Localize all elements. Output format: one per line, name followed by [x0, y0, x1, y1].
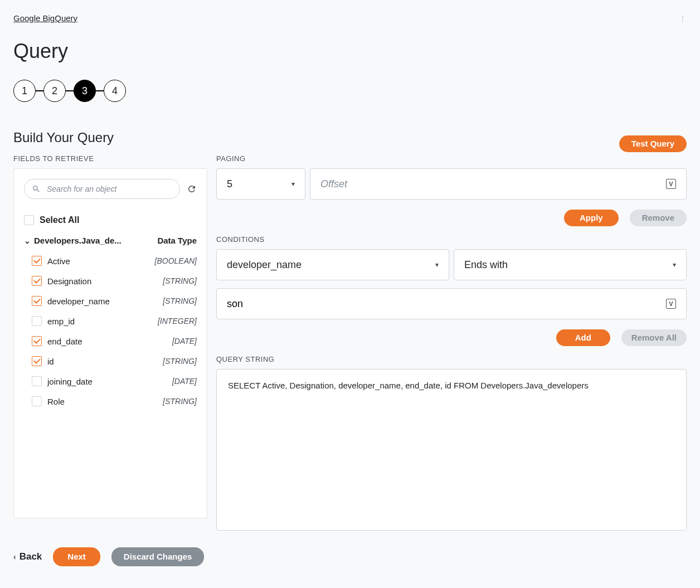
refresh-icon[interactable] — [187, 184, 197, 194]
field-row: Designation[STRING] — [24, 271, 197, 291]
condition-value-input[interactable] — [227, 289, 666, 319]
paging-limit-select[interactable]: 5 ▾ — [216, 168, 305, 200]
field-row: joining_date[DATE] — [24, 371, 197, 391]
variable-icon[interactable]: V — [666, 299, 676, 309]
apply-button[interactable]: Apply — [564, 210, 619, 226]
query-string-box[interactable]: SELECT Active, Designation, developer_na… — [216, 369, 687, 531]
field-name: Designation — [47, 276, 91, 286]
step-3[interactable]: 3 — [74, 80, 96, 102]
field-type: [DATE] — [172, 377, 197, 386]
breadcrumb-link[interactable]: Google BigQuery — [13, 13, 77, 23]
select-all-label: Select All — [40, 215, 79, 225]
paging-limit-value: 5 — [227, 178, 232, 190]
field-type: [STRING] — [163, 276, 197, 285]
field-name: end_date — [47, 337, 82, 346]
chevron-down-icon: ▾ — [435, 261, 439, 269]
field-name: joining_date — [47, 377, 93, 386]
field-type: [BOOLEAN] — [155, 256, 197, 265]
condition-operator-select[interactable]: Ends with ▾ — [454, 249, 687, 280]
condition-field-select[interactable]: developer_name ▾ — [216, 249, 449, 280]
field-type: [STRING] — [163, 297, 197, 305]
back-label: Back — [20, 551, 42, 562]
add-button[interactable]: Add — [556, 329, 610, 346]
field-type: [STRING] — [163, 397, 197, 406]
discard-button[interactable]: Discard Changes — [111, 547, 205, 566]
field-name: developer_name — [47, 297, 110, 306]
field-checkbox[interactable] — [32, 356, 42, 366]
field-checkbox[interactable] — [32, 296, 42, 306]
field-type: [DATE] — [172, 337, 197, 346]
data-type-header: Data Type — [157, 236, 197, 245]
offset-input-wrap: V — [310, 168, 687, 200]
field-row: end_date[DATE] — [24, 331, 197, 351]
remove-all-button[interactable]: Remove All — [621, 329, 687, 346]
field-checkbox[interactable] — [32, 316, 42, 326]
step-4[interactable]: 4 — [104, 80, 126, 102]
field-checkbox[interactable] — [32, 276, 42, 286]
back-button[interactable]: ‹ Back — [13, 551, 42, 562]
condition-value-wrap: V — [216, 288, 687, 319]
field-row: id[STRING] — [24, 351, 197, 371]
step-1[interactable]: 1 — [13, 80, 36, 102]
field-checkbox[interactable] — [32, 336, 42, 346]
condition-field-value: developer_name — [227, 259, 302, 271]
field-type: [INTEGER] — [158, 317, 197, 325]
field-name: Role — [47, 397, 65, 406]
stepper: 1234 — [13, 80, 687, 102]
step-2[interactable]: 2 — [43, 80, 66, 102]
condition-operator-value: Ends with — [464, 259, 508, 271]
field-row: Active[BOOLEAN] — [24, 251, 197, 271]
remove-button[interactable]: Remove — [630, 210, 687, 226]
menu-icon[interactable]: ⋮ — [679, 14, 687, 23]
chevron-left-icon: ‹ — [13, 552, 16, 561]
chevron-down-icon: ▾ — [673, 261, 676, 269]
search-icon — [32, 184, 41, 193]
test-query-button[interactable]: Test Query — [619, 135, 687, 152]
field-row: developer_name[STRING] — [24, 291, 197, 311]
fields-label: FIELDS TO RETRIEVE — [13, 154, 207, 163]
field-name: id — [47, 357, 54, 366]
variable-icon[interactable]: V — [666, 179, 676, 189]
conditions-label: CONDITIONS — [216, 235, 687, 244]
section-title: Build Your Query — [13, 130, 687, 145]
search-input[interactable] — [24, 179, 180, 199]
paging-label: PAGING — [216, 154, 687, 163]
chevron-down-icon: ▾ — [291, 180, 295, 188]
field-name: Active — [47, 256, 70, 266]
table-name: Developers.Java_de... — [34, 236, 121, 245]
collapse-icon[interactable]: ⌄ — [24, 236, 31, 245]
field-checkbox[interactable] — [32, 256, 42, 266]
page-title: Query — [13, 40, 687, 63]
fields-panel: Select All ⌄ Developers.Java_de... Data … — [13, 168, 207, 518]
next-button[interactable]: Next — [53, 547, 100, 566]
field-row: Role[STRING] — [24, 391, 197, 411]
field-checkbox[interactable] — [32, 396, 42, 406]
field-checkbox[interactable] — [32, 376, 42, 386]
select-all-checkbox[interactable] — [24, 215, 34, 225]
field-row: emp_id[INTEGER] — [24, 311, 197, 331]
offset-input[interactable] — [320, 169, 666, 199]
field-name: emp_id — [47, 317, 75, 326]
field-type: [STRING] — [163, 357, 197, 366]
query-string-label: QUERY STRING — [216, 355, 687, 363]
